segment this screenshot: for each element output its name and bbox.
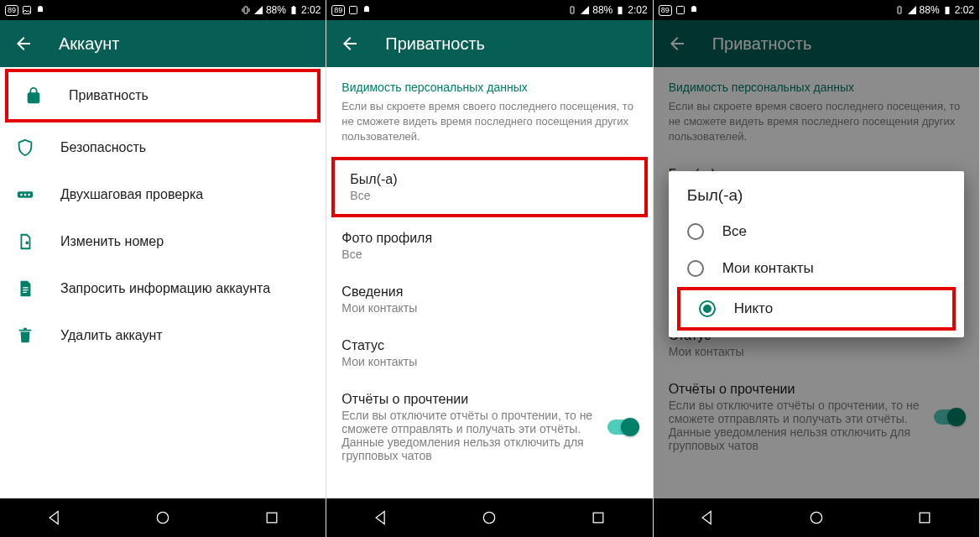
pref-title: Статус [341, 338, 637, 353]
item-security[interactable]: Безопасность [0, 124, 326, 171]
section-header: Видимость персональных данных [654, 67, 979, 99]
item-label: Изменить номер [60, 234, 164, 249]
lock-icon [23, 86, 44, 106]
radio-option-all[interactable]: Все [669, 213, 964, 250]
signal-icon [907, 5, 917, 15]
clock-text: 2:02 [955, 4, 974, 16]
nav-home-icon[interactable] [154, 509, 171, 526]
battery-percent: 88% [266, 4, 286, 16]
radio-label: Мои контакты [722, 260, 814, 277]
nav-bar [0, 498, 326, 537]
item-delete-account[interactable]: Удалить аккаунт [0, 312, 326, 359]
svg-rect-3 [293, 6, 295, 7]
privacy-content: Видимость персональных данных Если вы ск… [326, 67, 652, 498]
vibrate-icon [567, 5, 577, 15]
section-desc: Если вы скроете время своего последнего … [326, 99, 652, 155]
battery-percent: 88% [920, 4, 940, 16]
pref-read-receipts[interactable]: Отчёты о прочтении Если вы отключите отч… [326, 380, 652, 474]
item-request-info[interactable]: Запросить информацию аккаунта [0, 265, 326, 312]
section-desc: Если вы скроете время своего последнего … [654, 99, 979, 155]
pref-title: Сведения [341, 284, 637, 300]
svg-rect-16 [898, 7, 901, 13]
svg-rect-0 [23, 7, 31, 14]
app-bar: Приватность [654, 20, 979, 67]
nav-recent-icon[interactable] [590, 509, 607, 526]
battery-icon [615, 5, 625, 15]
radio-option-nobody[interactable]: Никто [680, 290, 952, 327]
nav-back-icon[interactable] [46, 509, 63, 526]
item-label: Удалить аккаунт [60, 328, 163, 343]
android-icon [362, 5, 372, 15]
arrow-back-icon [667, 34, 687, 54]
status-bar: 89 88% 2:02 [654, 0, 979, 20]
svg-rect-12 [618, 7, 623, 14]
clock-text: 2:02 [301, 4, 321, 16]
highlight-last-seen: Был(-а) Все [331, 157, 647, 217]
back-button[interactable] [340, 34, 360, 54]
svg-rect-19 [920, 513, 930, 523]
radio-option-contacts[interactable]: Мои контакты [669, 250, 964, 287]
status-badge-icon: 89 [659, 5, 672, 16]
image-icon [348, 5, 358, 15]
status-bar: 89 88% 2:02 [326, 0, 652, 20]
radio-label: Все [722, 223, 747, 240]
item-change-number[interactable]: Изменить номер [0, 218, 326, 265]
account-list: Приватность Безопасность Двухшаговая про… [0, 67, 326, 498]
svg-point-18 [811, 512, 821, 523]
pref-read-receipts: Отчёты о прочтении Если вы отключите отч… [654, 370, 979, 464]
highlight-nobody: Никто [677, 287, 956, 331]
svg-point-13 [484, 512, 495, 523]
pref-last-seen[interactable]: Был(-а) Все [335, 160, 644, 214]
nav-recent-icon[interactable] [916, 509, 933, 526]
nav-back-icon[interactable] [373, 509, 389, 526]
dialog-title: Был(-а) [669, 186, 964, 213]
document-icon [15, 279, 35, 299]
nav-back-icon[interactable] [699, 509, 716, 526]
pref-about[interactable]: Сведения Мои контакты [326, 273, 652, 326]
battery-percent: 88% [592, 4, 612, 16]
clock-text: 2:02 [628, 4, 647, 16]
dots-icon [15, 185, 35, 205]
signal-icon [253, 5, 263, 15]
android-icon [689, 5, 699, 15]
sim-icon [15, 232, 35, 252]
svg-rect-10 [350, 7, 357, 14]
arrow-back-icon [13, 34, 34, 54]
radio-icon-selected [699, 300, 716, 317]
svg-point-5 [20, 194, 23, 196]
page-title: Аккаунт [59, 34, 119, 54]
last-seen-dialog: Был(-а) Все Мои контакты Никто [669, 171, 964, 337]
pref-status[interactable]: Статус Мои контакты [326, 326, 652, 380]
app-bar: Аккаунт [0, 20, 326, 67]
trash-icon [15, 326, 35, 346]
nav-recent-icon[interactable] [263, 509, 280, 526]
status-badge-icon: 89 [5, 5, 18, 16]
screen-privacy-dialog: 89 88% 2:02 Приватность Видимость персон… [654, 0, 980, 537]
pref-value: Мои контакты [341, 355, 637, 368]
item-privacy[interactable]: Приватность [8, 72, 317, 119]
nav-home-icon[interactable] [808, 509, 825, 526]
svg-rect-11 [571, 7, 574, 13]
back-button[interactable] [13, 34, 34, 54]
nav-home-icon[interactable] [481, 509, 498, 526]
svg-rect-15 [676, 7, 684, 14]
pref-value: Все [341, 248, 637, 261]
item-two-step[interactable]: Двухшаговая проверка [0, 171, 326, 218]
radio-icon [687, 223, 704, 240]
back-button[interactable] [667, 34, 687, 54]
svg-point-6 [24, 194, 27, 196]
pref-title: Фото профиля [341, 231, 637, 246]
status-bar: 89 88% 2:02 [0, 0, 326, 20]
svg-rect-9 [267, 513, 277, 523]
arrow-back-icon [340, 34, 360, 54]
pref-photo[interactable]: Фото профиля Все [326, 219, 652, 273]
signal-icon [580, 5, 590, 15]
highlight-privacy: Приватность [5, 69, 321, 123]
status-badge-icon: 89 [331, 5, 345, 16]
pref-title: Отчёты о прочтении [341, 392, 597, 407]
page-title: Приватность [385, 34, 485, 54]
vibrate-icon [894, 5, 904, 15]
page-title: Приватность [712, 34, 812, 54]
toggle-switch[interactable] [607, 420, 638, 435]
battery-icon [942, 5, 952, 15]
